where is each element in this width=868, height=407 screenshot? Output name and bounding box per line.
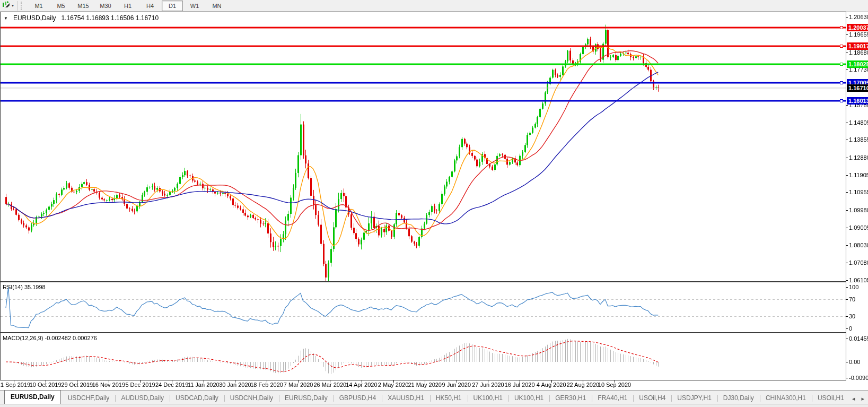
chart-tab-eurusd-daily[interactable]: EURUSD,Daily	[4, 390, 61, 404]
rsi-canvas[interactable]	[1, 282, 846, 332]
chart-tab-uk100-h1[interactable]: UK100,H1	[508, 393, 549, 404]
price-tick-label: 1.18680	[849, 49, 868, 56]
chart-tab-audusd-daily[interactable]: AUDUSD,Daily	[115, 393, 170, 404]
timeframe-button-m1[interactable]: M1	[28, 1, 49, 11]
price-tick-label: 1.10955	[849, 189, 868, 195]
date-tick	[172, 380, 172, 383]
timeframe-button-m5[interactable]: M5	[50, 1, 72, 11]
chart-pointer-icon	[2, 1, 11, 11]
date-label: 14 Apr 2020	[346, 382, 377, 388]
hline-price-label: 1.20037	[847, 24, 868, 31]
date-tick	[520, 380, 520, 383]
chart-tab-usoil-h4[interactable]: USOil,H4	[633, 393, 671, 404]
status-strip	[0, 404, 868, 407]
rsi-tick-label: 100	[849, 284, 858, 290]
tab-scroll-right-icon[interactable]: ▸	[860, 395, 866, 402]
timeframe-button-mn[interactable]: MN	[206, 1, 227, 11]
chart-toolbar: ▾ M1M5M15M30H1H4D1W1MN	[0, 0, 868, 12]
date-tick	[330, 380, 330, 383]
hline-price-label: 1.19017	[847, 42, 868, 50]
rsi-tick-label: 0	[849, 325, 852, 332]
chevron-down-icon: ▾	[12, 3, 14, 8]
macd-tick-label: 0.00	[849, 359, 860, 365]
date-label: 5 Dec 2019	[125, 382, 155, 388]
chart-tab-dj30-daily[interactable]: DJ30,Daily	[717, 393, 760, 404]
rsi-pane: RSI(14) 35.1998	[0, 282, 846, 333]
date-tick	[457, 380, 457, 383]
toolbar-separator	[17, 1, 17, 11]
chart-tab-xauusd-h1[interactable]: XAUUSD,H1	[382, 393, 430, 404]
macd-tick-label: 0.014556	[849, 335, 868, 342]
date-tick	[77, 380, 77, 383]
timeframe-button-h1[interactable]: H1	[117, 1, 138, 11]
date-label: 22 Aug 2020	[566, 382, 599, 388]
hline-price-label: 1.17005	[847, 79, 868, 86]
chart-tabs: EURUSD,DailyUSDCHF,DailyAUDUSD,DailyUSDC…	[0, 390, 868, 404]
collapse-triangle-icon[interactable]: ▼	[4, 16, 8, 21]
hline-price-label: 1.18025	[847, 60, 868, 68]
date-tick	[235, 380, 235, 383]
current-price-label: 1.16710	[847, 84, 868, 92]
timeframe-button-m30[interactable]: M30	[95, 1, 116, 11]
timeframe-button-d1[interactable]: D1	[162, 1, 183, 11]
tab-scroll-left-icon[interactable]: ◂	[851, 395, 857, 402]
date-tick	[46, 380, 46, 383]
chart-tab-usdchf-daily[interactable]: USDCHF,Daily	[62, 393, 116, 404]
price-chart-canvas[interactable]	[1, 12, 846, 281]
macd-pane: MACD(12,26,9) -0.002482 0.000276	[0, 333, 846, 380]
chart-tab-uk100-h1[interactable]: UK100,H1	[468, 393, 508, 404]
indicator-tool-button[interactable]: ▾	[0, 0, 16, 12]
date-label: 21 May 2020	[408, 382, 442, 388]
date-tick	[393, 380, 394, 383]
date-label: 16 Jul 2020	[505, 382, 535, 388]
chart-tab-fra40-h1[interactable]: FRA40,H1	[592, 393, 633, 404]
date-tick	[14, 380, 14, 383]
rsi-tick-label: 70	[849, 296, 855, 302]
toolbar-grip[interactable]	[21, 2, 24, 10]
date-label: 30 Jan 2020	[219, 382, 251, 388]
price-tick-label: 1.19655	[849, 31, 868, 38]
chart-tab-usdjpy-h1[interactable]: USDJPY,H1	[671, 393, 717, 404]
date-label: 4 Aug 2020	[537, 382, 566, 388]
chart-tab-usdcad-daily[interactable]: USDCAD,Daily	[170, 393, 224, 404]
chart-tab-ger30-h1[interactable]: GER30,H1	[549, 393, 592, 404]
chart-tab-eurusd-daily[interactable]: EURUSD,Daily	[279, 393, 334, 404]
date-tick	[299, 380, 299, 383]
date-tick	[267, 380, 267, 383]
macd-canvas[interactable]	[1, 333, 846, 380]
timeframe-button-w1[interactable]: W1	[184, 1, 205, 11]
price-tick-label: 1.09005	[849, 224, 868, 231]
macd-tick-label: -0.00900	[849, 375, 868, 381]
date-tick	[204, 380, 204, 383]
chart-tab-usdcnh-daily[interactable]: USDCNH,Daily	[224, 393, 279, 404]
date-label: 24 Dec 2019	[155, 382, 188, 388]
timeframe-button-h4[interactable]: H4	[139, 1, 161, 11]
mt4-window: ▾ M1M5M15M30H1H4D1W1MN ▼ EURUSD,Daily 1.…	[0, 0, 868, 407]
price-tick-label: 1.12880	[849, 154, 868, 161]
price-tick-label: 1.20630	[849, 14, 868, 20]
chart-ohlc-values: 1.16754 1.16893 1.16506 1.16710	[62, 14, 159, 22]
date-label: 9 Jun 2020	[442, 382, 471, 388]
date-label: 27 Jun 2020	[472, 382, 504, 388]
date-label: 18 Feb 2020	[250, 382, 283, 388]
date-label: 10 Sep 2020	[598, 382, 631, 388]
date-label: 7 Mar 2020	[284, 382, 313, 388]
date-tick	[109, 380, 109, 383]
chart-tab-gbpusd-h4[interactable]: GBPUSD,H4	[334, 393, 382, 404]
chart-tab-usoil-h1[interactable]: USOil,H1	[812, 393, 850, 404]
tab-scroll-arrows: ◂ ▸	[851, 395, 866, 402]
chart-symbol-period: EURUSD,Daily	[13, 14, 56, 22]
date-label: 11 Jan 2020	[188, 382, 220, 388]
price-pane: ▼ EURUSD,Daily 1.16754 1.16893 1.16506 1…	[0, 12, 846, 282]
price-tick-label: 1.09980	[849, 207, 868, 213]
date-tick	[362, 380, 362, 383]
price-tick-label: 1.08030	[849, 242, 868, 248]
price-tick-label: 1.14805	[849, 119, 868, 126]
chart-tab-hk50-h1[interactable]: HK50,H1	[430, 393, 468, 404]
timeframe-button-m15[interactable]: M15	[73, 1, 94, 11]
chart-tab-china300-h1[interactable]: CHINA300,H1	[760, 393, 812, 404]
date-label: 10 Oct 2019	[30, 382, 62, 388]
date-label: 21 Sep 2019	[0, 382, 30, 388]
date-tick	[425, 380, 425, 383]
price-tick-label: 1.06105	[849, 277, 868, 283]
